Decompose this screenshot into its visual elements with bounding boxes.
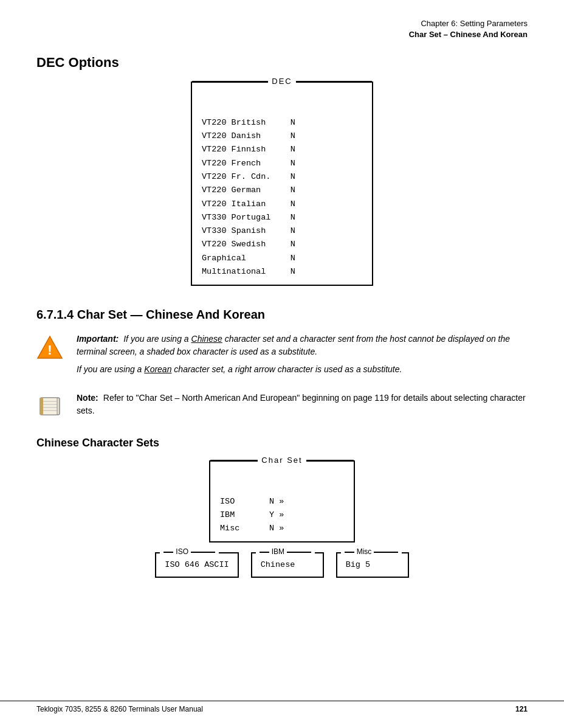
dec-list-item: VT220 Finnish N	[202, 143, 362, 156]
dec-list-item: VT220 British N	[202, 116, 362, 130]
important-para2: If you are using a Korean character set,…	[77, 363, 528, 376]
note-block: Note:Refer to "Char Set – North American…	[36, 392, 528, 422]
cs-line-left	[210, 460, 258, 461]
dec-list-item: VT330 Portugal N	[202, 211, 362, 224]
char-set-label-line: Char Set	[210, 456, 354, 465]
important-para1: Important:If you are using a Chinese cha…	[77, 333, 528, 358]
sub-panels-row: ISOISO 646 ASCIIIBMChineseMiscBig 5	[155, 552, 408, 578]
char-set-list-item: IBM Y »	[220, 508, 344, 522]
cs-line-right	[306, 460, 354, 461]
svg-rect-8	[40, 398, 43, 415]
note-icon	[36, 393, 68, 422]
note-text: Refer to "Char Set – North American And …	[77, 393, 526, 415]
note-label: Note:	[77, 393, 98, 403]
subsection-heading: 6.7.1.4 Char Set — Chinese And Korean	[36, 308, 528, 322]
korean-underline: Korean	[144, 364, 171, 374]
page-footer: Teklogix 7035, 8255 & 8260 Terminals Use…	[0, 701, 564, 713]
page-header: Chapter 6: Setting Parameters Char Set –…	[36, 18, 528, 40]
footer-text: Teklogix 7035, 8255 & 8260 Terminals Use…	[36, 705, 203, 713]
char-set-list: ISO N »IBM Y »Misc N »	[220, 468, 344, 535]
sub-panel-iso: ISOISO 646 ASCII	[155, 552, 238, 578]
char-set-list-item: Misc N »	[220, 522, 344, 535]
dec-list-item: VT220 German N	[202, 184, 362, 197]
dec-list-item: VT220 Swedish N	[202, 238, 362, 251]
chinese-char-sets-title: Chinese Character Sets	[36, 437, 528, 449]
chinese-underline: Chinese	[191, 334, 222, 344]
sub-panel-misc: MiscBig 5	[336, 552, 409, 578]
sub-panel-label-iso: ISO	[160, 547, 219, 556]
warning-icon: !	[36, 334, 68, 363]
dec-list-item: VT220 Fr. Cdn. N	[202, 170, 362, 184]
char-set-label: Char Set	[258, 456, 306, 465]
dec-list-item: VT220 French N	[202, 157, 362, 170]
important-block: ! Important:If you are using a Chinese c…	[36, 333, 528, 381]
note-content: Note:Refer to "Char Set – North American…	[77, 392, 528, 417]
dec-line-left	[192, 81, 268, 82]
svg-text:!: !	[47, 342, 52, 358]
dec-list-item: Graphical N	[202, 252, 362, 265]
char-set-list-item: ISO N »	[220, 495, 344, 508]
header-section: Char Set – Chinese And Korean	[36, 29, 528, 40]
dec-list: VT220 British NVT220 Danish NVT220 Finni…	[202, 89, 362, 279]
sub-panel-ibm: IBMChinese	[251, 552, 324, 578]
sub-panel-content-ibm: Chinese	[261, 558, 314, 572]
sub-panel-content-misc: Big 5	[346, 558, 399, 572]
dec-list-item: VT330 Spanish N	[202, 224, 362, 238]
dec-line-right	[296, 81, 372, 82]
dec-list-item: VT220 Danish N	[202, 130, 362, 143]
svg-rect-3	[43, 398, 57, 415]
dec-label-line: DEC	[192, 77, 372, 86]
dec-list-item: VT220 Italian N	[202, 198, 362, 211]
footer-page: 121	[515, 705, 528, 713]
dec-panel-wrapper: DEC VT220 British NVT220 Danish NVT220 F…	[36, 81, 528, 286]
page-container: Chapter 6: Setting Parameters Char Set –…	[0, 0, 564, 728]
header-chapter: Chapter 6: Setting Parameters	[36, 18, 528, 29]
important-content: Important:If you are using a Chinese cha…	[77, 333, 528, 381]
dec-label: DEC	[268, 77, 295, 86]
char-set-panel: Char Set ISO N »IBM Y »Misc N »	[209, 460, 355, 543]
section1-title: DEC Options	[36, 55, 528, 71]
important-label: Important:	[77, 334, 119, 344]
sub-panel-label-misc: Misc	[341, 547, 402, 556]
charset-panels-wrapper: Char Set ISO N »IBM Y »Misc N » ISOISO 6…	[36, 460, 528, 590]
sub-panel-content-iso: ISO 646 ASCII	[165, 558, 229, 572]
dec-list-item: Multinational N	[202, 265, 362, 279]
dec-panel: DEC VT220 British NVT220 Danish NVT220 F…	[191, 81, 373, 286]
sub-panel-label-ibm: IBM	[256, 547, 315, 556]
